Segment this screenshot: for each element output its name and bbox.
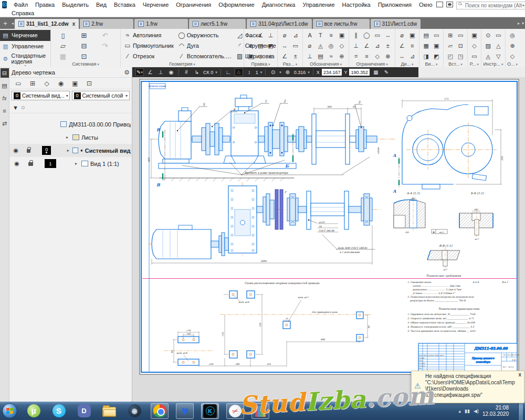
- y-coordinate-field[interactable]: 190.352: [349, 69, 370, 76]
- tool-icon[interactable]: ▱: [446, 41, 455, 50]
- tool-icon[interactable]: ↔: [383, 30, 393, 40]
- menu-item[interactable]: Окно: [419, 2, 433, 8]
- drawing-canvas[interactable]: ДМ311-03.00.00 320 В В: [132, 77, 525, 402]
- lock-icon[interactable]: [27, 149, 30, 153]
- tool-icon[interactable]: ∠: [397, 41, 407, 50]
- tool-icon[interactable]: ◇: [508, 51, 517, 61]
- notification-close-icon[interactable]: x: [518, 372, 521, 378]
- tool-icon[interactable]: ◇: [373, 51, 382, 61]
- tool-icon[interactable]: ↔: [397, 51, 407, 61]
- tree-item-sheets[interactable]: ▸ Листы: [9, 131, 132, 144]
- menu-item[interactable]: Управление: [302, 2, 334, 8]
- start-button[interactable]: [2, 403, 17, 418]
- taskbar-clock[interactable]: 21:08 12.03.2020: [482, 405, 509, 417]
- tree-toolbar-icon[interactable]: ⊞: [28, 79, 37, 88]
- tree-toolbar-icon[interactable]: ▭: [14, 79, 23, 88]
- group-label[interactable]: Р...: [469, 61, 479, 67]
- system-tool-icon[interactable]: ↷: [100, 41, 110, 50]
- zoom-dropdown-icon[interactable]: ▾: [308, 70, 310, 75]
- geometry-tool-button[interactable]: ≈Автолиния: [122, 30, 175, 40]
- tool-icon[interactable]: ▣: [407, 30, 417, 40]
- drawing-tree-panel-icon[interactable]: ⊟: [1, 68, 9, 78]
- tool-icon[interactable]: ∠: [362, 41, 371, 50]
- geometry-tool-button[interactable]: ◠Дуга: [176, 40, 234, 51]
- scale-icon[interactable]: ↕: [245, 68, 254, 76]
- system-tool-icon[interactable]: ⊡: [79, 51, 89, 61]
- tab-scroll-right-icon[interactable]: ▸: [518, 21, 520, 26]
- tab-scroll-left-icon[interactable]: ◂: [12, 21, 14, 26]
- group-label[interactable]: Системная: [52, 61, 119, 67]
- system-tool-icon[interactable]: ▦: [58, 51, 68, 61]
- tray-network-icon[interactable]: ▮▮: [465, 408, 470, 414]
- group-label[interactable]: Вст...: [445, 61, 466, 67]
- scale-value[interactable]: 1: [256, 70, 258, 75]
- tool-icon[interactable]: ◯: [362, 30, 371, 40]
- tool-icon[interactable]: ⊙: [484, 30, 493, 40]
- tool-icon[interactable]: ⌀: [397, 30, 407, 40]
- grid-toggle-icon[interactable]: #: [182, 68, 191, 76]
- tool-icon[interactable]: ⊿: [291, 30, 300, 40]
- kompas-app-icon[interactable]: K: [201, 403, 219, 419]
- tool-icon[interactable]: ▨: [484, 41, 493, 50]
- screen-capture-icon[interactable]: [446, 2, 453, 7]
- tree-item-view-1[interactable]: ◉ 1 ▸ Вид 1 (1:1): [9, 157, 132, 170]
- tool-icon[interactable]: ⊗: [383, 51, 393, 61]
- tool-icon[interactable]: ∠: [280, 51, 289, 61]
- tool-icon[interactable]: ◇: [337, 41, 346, 50]
- tool-icon[interactable]: ◩: [432, 51, 441, 61]
- view-number-badge[interactable]: 1: [45, 159, 56, 168]
- menu-item[interactable]: Вид: [96, 2, 107, 8]
- geometry-tool-button[interactable]: ∕Вспомогатель... прямая: [176, 51, 234, 61]
- tree-item-system-view[interactable]: ◉ 0 ▸ ● Системный вид (1:1: [9, 144, 132, 157]
- system-tool-icon[interactable]: ▯: [58, 30, 68, 40]
- tool-icon[interactable]: ⌀: [305, 41, 314, 50]
- menu-item[interactable]: Вставка: [114, 2, 135, 8]
- tree-toolbar-icon[interactable]: ▣: [70, 79, 80, 88]
- tab-document[interactable]: 311.04rpz\Лист1.cdw: [247, 19, 311, 29]
- tab-close-icon[interactable]: x: [72, 21, 76, 27]
- system-tool-icon[interactable]: ⊞: [79, 30, 89, 40]
- scale-dropdown-icon[interactable]: ▾: [260, 70, 262, 75]
- tab-list-icon[interactable]: ▾: [522, 21, 524, 26]
- expand-icon[interactable]: ▸: [67, 148, 70, 153]
- menu-item[interactable]: Файл: [14, 2, 28, 8]
- geometry-tool-button[interactable]: ▭Прямоугольник: [122, 40, 175, 51]
- coordinate-system-icon[interactable]: ↳: [193, 68, 201, 76]
- menu-item[interactable]: Ограничения: [176, 2, 211, 8]
- system-tool-icon[interactable]: ⊟: [79, 41, 89, 50]
- tree-search-icon[interactable]: [22, 106, 25, 109]
- utorrent-icon[interactable]: µ: [25, 403, 43, 419]
- discord-icon[interactable]: D: [75, 403, 93, 419]
- menu-item[interactable]: Диагностика: [262, 2, 296, 8]
- tool-icon[interactable]: ▣: [246, 51, 256, 61]
- command-search-input[interactable]: [456, 2, 525, 9]
- cs-dropdown-icon[interactable]: ▾: [215, 70, 217, 75]
- tool-icon[interactable]: ↔: [280, 41, 289, 50]
- group-label[interactable]: Ви...: [421, 61, 442, 67]
- tool-icon[interactable]: ▭: [373, 30, 382, 40]
- tool-icon[interactable]: T: [316, 30, 325, 40]
- tool-icon[interactable]: ±: [266, 51, 276, 61]
- group-label[interactable]: О...: [507, 61, 518, 67]
- tool-icon[interactable]: ▤: [256, 41, 266, 50]
- tool-icon[interactable]: ⊿: [373, 41, 382, 50]
- menu-item[interactable]: Выделить: [62, 2, 89, 8]
- history-panel-icon[interactable]: ⇄: [1, 119, 9, 128]
- mode-management-button[interactable]: ▥Управление: [0, 41, 50, 52]
- tool-icon[interactable]: ◎: [327, 41, 336, 50]
- window-layout-icon[interactable]: [436, 2, 443, 7]
- modes-expand-icon[interactable]: ⌄: [0, 62, 50, 67]
- visibility-eye-icon[interactable]: ◉: [13, 147, 19, 154]
- lock-icon[interactable]: [28, 162, 33, 166]
- tool-icon[interactable]: ▣: [432, 41, 441, 50]
- tool-icon[interactable]: =: [351, 51, 361, 61]
- tool-icon[interactable]: ≡: [362, 51, 371, 61]
- group-label[interactable]: Геометрия: [122, 61, 242, 67]
- mode-drawing-button[interactable]: ▤Черчение: [0, 30, 50, 41]
- tab-document[interactable]: лист5.1.frw: [189, 19, 246, 29]
- panel-settings-gear-icon[interactable]: ⚙: [124, 69, 130, 76]
- heart-app-icon[interactable]: ♥: [176, 403, 194, 419]
- tool-icon[interactable]: ⊕: [246, 41, 256, 50]
- zoom-menu-icon[interactable]: ⊙: [269, 68, 277, 76]
- tool-icon[interactable]: ⊥: [266, 30, 276, 40]
